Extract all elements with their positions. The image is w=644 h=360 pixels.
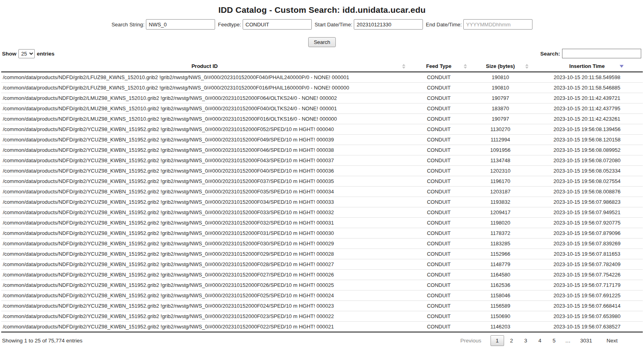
feed-type-cell: CONDUIT [408, 228, 470, 239]
header-row: Product ID Feed Type Size (bytes) Insert… [1, 61, 643, 72]
page-length-select[interactable]: 25 [18, 49, 35, 58]
insertion-time-cell: 2023-10-15 19:56:07.839269 [531, 239, 643, 249]
product-id-cell: /common/data/products/NDFD/grib2/YCUZ98_… [1, 249, 408, 259]
feed-type-cell: CONDUIT [408, 166, 470, 176]
pagination: Previous 12345…3031 Next [455, 335, 623, 346]
pagination-page-4[interactable]: 4 [533, 335, 547, 346]
show-label: Show [2, 51, 16, 57]
size-cell: 1158046 [470, 290, 531, 301]
table-filter-input[interactable] [562, 49, 641, 58]
size-cell: 1152966 [470, 249, 531, 259]
entries-label: entries [37, 51, 54, 57]
insertion-time-cell: 2023-10-15 19:56:07.879096 [531, 228, 643, 239]
size-cell: 1193832 [470, 197, 531, 207]
table-row: /common/data/products/NDFD/grib2/YCUZ98_… [1, 270, 643, 280]
pagination-page-2[interactable]: 2 [505, 335, 518, 346]
table-row: /common/data/products/NDFD/grib2/YCUZ98_… [1, 197, 643, 207]
sort-both-icon [525, 64, 528, 69]
feed-type-cell: CONDUIT [408, 207, 470, 218]
table-row: /common/data/products/NDFD/grib2/YCUZ98_… [1, 290, 643, 301]
table-head: Product ID Feed Type Size (bytes) Insert… [1, 61, 643, 72]
insertion-time-cell: 2023-10-15 19:56:07.986823 [531, 197, 643, 207]
table-row: /common/data/products/NDFD/grib2/LFUZ98_… [1, 72, 643, 83]
feed-type-cell: CONDUIT [408, 93, 470, 103]
insertion-time-cell: 2023-10-15 19:56:07.811653 [531, 249, 643, 259]
insertion-time-cell: 2023-10-15 19:56:07.949521 [531, 207, 643, 218]
column-header-size[interactable]: Size (bytes) [470, 61, 531, 72]
size-cell: 1203187 [470, 187, 531, 197]
size-cell: 1198020 [470, 218, 531, 228]
size-cell: 1134748 [470, 155, 531, 166]
size-cell: 1196170 [470, 176, 531, 187]
product-id-cell: /common/data/products/NDFD/grib2/YCUZ98_… [1, 228, 408, 239]
end-datetime-input[interactable] [463, 19, 532, 30]
size-cell: 1162536 [470, 280, 531, 290]
feed-type-cell: CONDUIT [408, 83, 470, 93]
size-cell: 1178372 [470, 228, 531, 239]
end-datetime-label: End Date/Time: [426, 22, 462, 28]
pagination-page-3031[interactable]: 3031 [575, 335, 597, 346]
feedtype-label: Feedtype: [218, 22, 241, 28]
table-row: /common/data/products/NDFD/grib2/YCUZ98_… [1, 218, 643, 228]
product-id-cell: /common/data/products/NDFD/grib2/YCUZ98_… [1, 145, 408, 155]
search-string-input[interactable] [146, 19, 215, 30]
results-table: Product ID Feed Type Size (bytes) Insert… [1, 61, 643, 332]
size-cell: 1112994 [470, 135, 531, 145]
page: IDD Catalog - Custom Search: idd.unidata… [0, 5, 644, 346]
table-row: /common/data/products/NDFD/grib2/LMUZ98_… [1, 93, 643, 103]
insertion-time-cell: 2023-10-15 19:56:08.027554 [531, 176, 643, 187]
product-id-cell: /common/data/products/NDFD/grib2/YCUZ98_… [1, 239, 408, 249]
feed-type-cell: CONDUIT [408, 239, 470, 249]
feed-type-cell: CONDUIT [408, 155, 470, 166]
size-cell: 190797 [470, 114, 531, 124]
end-datetime-group: End Date/Time: [426, 19, 532, 30]
table-row: /common/data/products/NDFD/grib2/YCUZ98_… [1, 228, 643, 239]
insertion-time-cell: 2023-10-15 19:56:07.691225 [531, 290, 643, 301]
product-id-cell: /common/data/products/NDFD/grib2/YCUZ98_… [1, 311, 408, 322]
feed-type-cell: CONDUIT [408, 280, 470, 290]
feedtype-input[interactable] [243, 19, 312, 30]
size-cell: 1183285 [470, 239, 531, 249]
start-datetime-label: Start Date/Time: [315, 22, 352, 28]
product-id-cell: /common/data/products/NDFD/grib2/YCUZ98_… [1, 124, 408, 135]
column-header-feed-type[interactable]: Feed Type [408, 61, 470, 72]
size-cell: 190810 [470, 72, 531, 83]
table-row: /common/data/products/NDFD/grib2/LMUZ98_… [1, 114, 643, 124]
column-header-insertion-time[interactable]: Insertion Time [531, 61, 643, 72]
feed-type-cell: CONDUIT [408, 301, 470, 311]
table-info: Showing 1 to 25 of 75,774 entries [2, 338, 82, 344]
feed-type-cell: CONDUIT [408, 259, 470, 270]
pagination-next-button[interactable]: Next [601, 335, 623, 346]
pagination-page-3[interactable]: 3 [519, 335, 532, 346]
search-string-label: Search String: [112, 22, 144, 28]
insertion-time-cell: 2023-10-15 20:11:42.423261 [531, 114, 643, 124]
insertion-time-cell: 2023-10-15 19:56:08.008876 [531, 187, 643, 197]
feed-type-cell: CONDUIT [408, 145, 470, 155]
column-label-feed-type: Feed Type [426, 63, 451, 69]
column-header-product-id[interactable]: Product ID [1, 61, 408, 72]
page-length-control: Show 25 entries [2, 49, 54, 58]
table-body: /common/data/products/NDFD/grib2/LFUZ98_… [1, 72, 643, 332]
pagination-previous-button[interactable]: Previous [455, 335, 487, 346]
insertion-time-cell: 2023-10-15 20:11:42.439721 [531, 93, 643, 103]
insertion-time-cell: 2023-10-15 19:56:07.638527 [531, 322, 643, 332]
table-row: /common/data/products/NDFD/grib2/YCUZ98_… [1, 249, 643, 259]
start-datetime-input[interactable] [354, 19, 423, 30]
insertion-time-cell: 2023-10-15 19:56:07.653980 [531, 311, 643, 322]
table-row: /common/data/products/NDFD/grib2/YCUZ98_… [1, 311, 643, 322]
size-cell: 1156589 [470, 301, 531, 311]
size-cell: 1130270 [470, 124, 531, 135]
custom-search-form: Search String: Feedtype: Start Date/Time… [1, 19, 643, 30]
search-button[interactable]: Search [308, 37, 336, 47]
insertion-time-cell: 2023-10-15 19:56:08.072080 [531, 155, 643, 166]
insertion-time-cell: 2023-10-15 20:11:58.546885 [531, 83, 643, 93]
pagination-page-1[interactable]: 1 [490, 335, 504, 346]
size-cell: 190810 [470, 83, 531, 93]
pagination-page-5[interactable]: 5 [547, 335, 561, 346]
feed-type-cell: CONDUIT [408, 290, 470, 301]
search-string-group: Search String: [112, 19, 215, 30]
feed-type-cell: CONDUIT [408, 322, 470, 332]
feed-type-cell: CONDUIT [408, 187, 470, 197]
insertion-time-cell: 2023-10-15 19:56:07.782409 [531, 259, 643, 270]
sort-desc-icon [620, 65, 624, 68]
